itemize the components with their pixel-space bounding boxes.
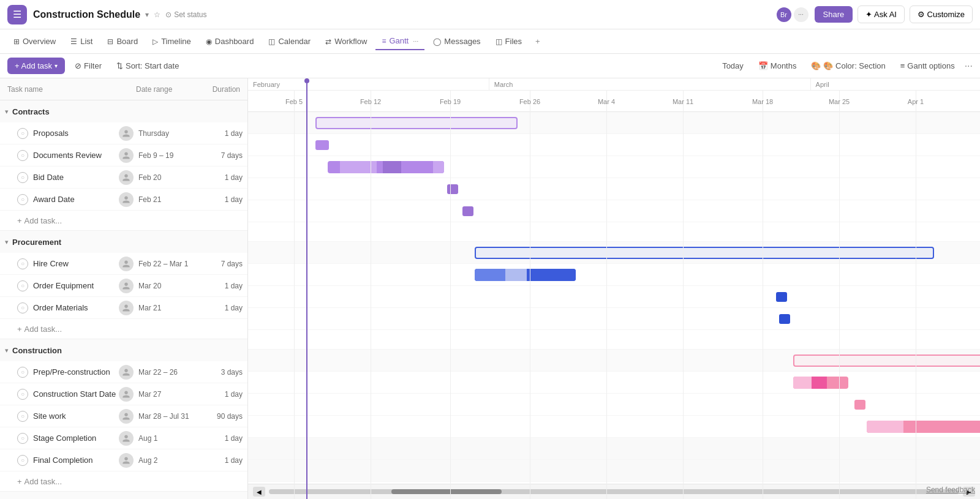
gantt-bar-hire[interactable] [475, 269, 576, 281]
color-section-button[interactable]: 🎨 🎨 Color: Section [806, 59, 890, 73]
gantt-bar-award[interactable] [462, 206, 473, 216]
tab-dashboard[interactable]: ◉Dashboard [200, 33, 260, 50]
gantt-bar-prep[interactable] [793, 377, 848, 389]
ask-ai-button[interactable]: ✦ Ask AI [858, 6, 905, 23]
tab-workflow[interactable]: ⇄Workflow [319, 33, 373, 50]
months-label: Months [771, 61, 797, 70]
gantt-bar-equip[interactable] [776, 292, 787, 302]
sort-button[interactable]: ⇅ Sort: Start date [111, 59, 184, 73]
gantt-bar-proposals[interactable] [315, 140, 329, 150]
scroll-left-button[interactable]: ◀ [253, 487, 265, 497]
task-name-award[interactable]: Award Date [33, 195, 119, 204]
task-assignee-award[interactable] [119, 192, 134, 207]
add-task-contracts[interactable]: + Add task... [0, 211, 247, 230]
task-check-mat[interactable]: ○ [17, 302, 28, 313]
task-name-proposals[interactable]: Proposals [33, 129, 119, 138]
customize-button[interactable]: ⚙ Customize [910, 6, 973, 23]
task-assignee-csd[interactable] [119, 387, 134, 402]
tab-board[interactable]: ⊟Board [101, 33, 144, 50]
date-label-apr1: Apr 1 [908, 98, 924, 105]
gantt-bar-bid[interactable] [447, 184, 458, 194]
gantt-bar-csd[interactable] [854, 400, 865, 410]
date-label-mar18: Mar 18 [752, 98, 773, 105]
section-construction-header[interactable]: ▾ Construction [0, 339, 247, 361]
share-button[interactable]: Share [815, 6, 853, 23]
files-icon: ◫ [496, 37, 502, 46]
task-check-equip[interactable]: ○ [17, 280, 28, 291]
add-tab-button[interactable]: + [530, 34, 545, 48]
task-name-final[interactable]: Final Completion [33, 456, 119, 465]
task-row: ○ Proposals Thursday 1 day [0, 122, 247, 144]
task-name-site[interactable]: Site work [33, 411, 119, 421]
task-assignee-hire[interactable] [119, 257, 134, 271]
task-assignee-stage[interactable] [119, 431, 134, 446]
tab-messages[interactable]: ◯Messages [427, 33, 486, 50]
task-name-stage[interactable]: Stage Completion [33, 433, 119, 443]
section-design-header[interactable]: ▾ Design [0, 492, 247, 499]
title-status[interactable]: ⊙ Set status [165, 10, 206, 19]
tab-timeline[interactable]: ▷Timeline [146, 33, 197, 50]
gantt-row-final [248, 460, 980, 482]
gantt-options-button[interactable]: ≡ Gantt options [895, 59, 960, 73]
gantt-bar-docs[interactable] [328, 161, 444, 173]
task-assignee-docs[interactable] [119, 148, 134, 163]
task-name-hire[interactable]: Hire Crew [33, 259, 119, 268]
add-icon: + [17, 216, 22, 225]
more-options-button[interactable]: ··· [965, 61, 973, 72]
tab-calendar[interactable]: ◫Calendar [262, 33, 317, 50]
task-assignee-site[interactable] [119, 409, 134, 424]
today-button[interactable]: Today [717, 59, 748, 73]
tab-list[interactable]: ☰List [64, 33, 99, 50]
tab-overview[interactable]: ⊞Overview [7, 33, 62, 50]
task-assignee-mat[interactable] [119, 301, 134, 315]
menu-button[interactable]: ☰ [7, 5, 27, 24]
task-check-prep[interactable]: ○ [17, 367, 28, 378]
task-check-award[interactable]: ○ [17, 194, 28, 205]
task-check-proposals[interactable]: ○ [17, 128, 28, 139]
task-check-csd[interactable]: ○ [17, 389, 28, 400]
tab-files[interactable]: ◫Files [489, 33, 528, 50]
gantt-bar-mat[interactable] [779, 314, 790, 324]
task-name-mat[interactable]: Order Materials [33, 303, 119, 312]
send-feedback-link[interactable]: Send feedback [926, 486, 975, 494]
task-name-bid[interactable]: Bid Date [33, 173, 119, 182]
task-name-csd[interactable]: Construction Start Date [33, 389, 119, 399]
months-button[interactable]: 📅 Months [753, 59, 802, 73]
task-assignee-proposals[interactable] [119, 126, 134, 141]
top-bar: ☰ Construction Schedule ▾ ☆ ⊙ Set status… [0, 0, 980, 29]
task-assignee-equip[interactable] [119, 279, 134, 293]
tab-gantt[interactable]: ≡Gantt··· [375, 32, 424, 50]
scroll-track[interactable] [269, 489, 959, 494]
section-procurement-header[interactable]: ▾ Procurement [0, 231, 247, 253]
task-check-bid[interactable]: ○ [17, 172, 28, 183]
gantt-bar-site[interactable] [867, 421, 980, 433]
task-name-docs[interactable]: Documents Review [33, 151, 119, 160]
task-check-site[interactable]: ○ [17, 411, 28, 422]
filter-button[interactable]: ⊘ Filter [70, 59, 107, 73]
gantt-months: February March April [248, 78, 980, 91]
add-task-procurement[interactable]: + Add task... [0, 319, 247, 339]
today-dot [304, 78, 309, 83]
task-assignee-bid[interactable] [119, 170, 134, 185]
task-assignee-final[interactable] [119, 453, 134, 468]
filter-icon: ⊘ [75, 61, 81, 70]
title-chevron-icon[interactable]: ▾ [145, 10, 149, 19]
gantt-panel[interactable]: February March April Feb 5 Feb 12 Feb 19… [248, 78, 980, 499]
add-task-button[interactable]: + Add task ▾ [7, 58, 65, 74]
task-check-hire[interactable]: ○ [17, 258, 28, 269]
task-check-docs[interactable]: ○ [17, 150, 28, 161]
task-check-final[interactable]: ○ [17, 455, 28, 466]
task-check-stage[interactable]: ○ [17, 433, 28, 444]
date-label-mar4: Mar 4 [598, 98, 615, 105]
scroll-thumb[interactable] [391, 489, 502, 494]
task-panel: Task name Date range Duration ▾ Contract… [0, 78, 248, 499]
task-name-prep[interactable]: Prep/Pre-construction [33, 367, 119, 377]
title-star-icon[interactable]: ☆ [154, 10, 160, 19]
gantt-section-procurement [248, 242, 980, 264]
add-icon: + [17, 325, 22, 334]
gantt-row-bid [248, 178, 980, 200]
add-task-construction[interactable]: + Add task... [0, 471, 247, 491]
task-assignee-prep[interactable] [119, 365, 134, 380]
task-name-equip[interactable]: Order Equipment [33, 281, 119, 290]
section-contracts-header[interactable]: ▾ Contracts [0, 100, 247, 122]
